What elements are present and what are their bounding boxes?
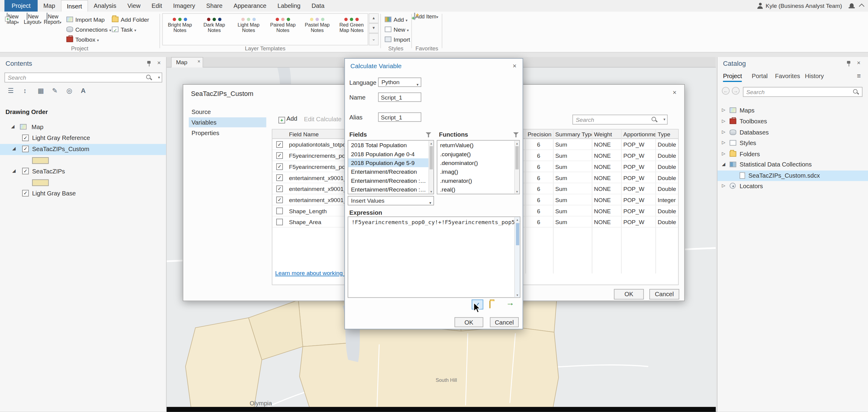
list-by-snapping-icon[interactable]: ◎	[66, 87, 72, 95]
function-item[interactable]: returnValue()	[437, 140, 515, 149]
gallery-item-light-map-notes[interactable]: Light Map Notes	[232, 14, 265, 44]
signed-in-user[interactable]: Kyle (Business Analyst Team)	[766, 2, 842, 9]
scrollbar-thumb[interactable]	[516, 223, 519, 245]
tab-labeling[interactable]: Labeling	[272, 0, 306, 12]
expander-icon[interactable]: ◢	[722, 162, 725, 167]
tree-item-light-gray-base[interactable]: ✓ Light Gray Base	[0, 188, 166, 199]
scrollbar-thumb[interactable]	[430, 146, 433, 169]
new-layout-button[interactable]: New Layout▾	[23, 14, 42, 45]
auto-hide-pin-icon[interactable]	[146, 60, 152, 67]
insert-values-dropdown[interactable]: Insert Values ▾	[348, 196, 434, 205]
task-button[interactable]: Task ▾	[112, 25, 136, 34]
list-by-labeling-icon[interactable]: A	[81, 87, 86, 95]
gallery-scroll-up-button[interactable]: ▴	[369, 13, 378, 23]
layer-symbol-swatch[interactable]	[32, 157, 49, 164]
gallery-item-pastel-map-notes[interactable]: Pastel Map Notes	[301, 14, 334, 44]
functions-scrollbar[interactable]: ▴ ▾	[514, 140, 519, 194]
styles-new-button[interactable]: New ▾	[385, 25, 409, 34]
list-by-source-icon[interactable]: ↕	[23, 87, 27, 95]
export-expression-button[interactable]: →	[506, 298, 515, 307]
catalog-tab-portal[interactable]: Portal	[752, 72, 768, 79]
add-variable-button[interactable]: + Add	[278, 115, 297, 124]
row-checkbox[interactable]: ✓	[276, 152, 283, 159]
expander-icon[interactable]: ▷	[722, 140, 725, 145]
field-item-selected[interactable]: 2018 Population Age 5-9	[348, 158, 429, 167]
function-item[interactable]: .real()	[437, 185, 515, 194]
catalog-tab-favorites[interactable]: Favorites	[775, 72, 800, 79]
close-icon[interactable]: ×	[197, 59, 200, 64]
expander-icon[interactable]: ◢	[12, 146, 16, 151]
map-view-tab[interactable]: Map ×	[171, 57, 203, 68]
expander-icon[interactable]: ▷	[722, 119, 725, 124]
catalog-item-seataczips-custom-sdcx[interactable]: SeaTacZIPs_Custom.sdcx	[717, 170, 868, 181]
expander-icon[interactable]: ▷	[722, 107, 725, 113]
gallery-item-paired-map-notes[interactable]: Paired Map Notes	[266, 14, 300, 44]
ok-button[interactable]: OK	[614, 289, 644, 299]
scroll-down-icon[interactable]: ▾	[515, 189, 519, 193]
tree-item-symbol-swatch[interactable]	[0, 155, 166, 166]
functions-filter-icon[interactable]	[513, 132, 519, 137]
styles-add-button[interactable]: Add ▾	[385, 15, 407, 24]
tree-item-light-gray-reference[interactable]: ✓ Light Gray Reference	[0, 133, 166, 144]
function-item[interactable]: .imag()	[437, 167, 515, 176]
field-item[interactable]: Entertainment/Recreation : Average	[348, 176, 429, 185]
import-map-button[interactable]: Import Map	[66, 15, 105, 24]
scroll-up-icon[interactable]: ▴	[515, 218, 520, 221]
field-item[interactable]: 2018 Total Population	[348, 140, 429, 149]
fields-filter-icon[interactable]	[426, 132, 432, 137]
column-header-precision[interactable]: Precision	[527, 130, 553, 139]
forward-icon[interactable]: →	[732, 87, 740, 95]
tree-item-seataczips[interactable]: ◢ ✓ SeaTacZIPs	[0, 166, 166, 177]
expander-icon[interactable]: ◢	[11, 124, 14, 129]
tab-data[interactable]: Data	[306, 0, 330, 12]
cancel-button[interactable]: Cancel	[649, 289, 679, 299]
new-report-button[interactable]: New Report▾	[42, 14, 62, 45]
tab-view[interactable]: View	[122, 0, 146, 12]
gallery-item-dark-map-notes[interactable]: Dark Map Notes	[197, 14, 231, 44]
nav-item-properties[interactable]: Properties	[189, 128, 266, 138]
catalog-item-toolboxes[interactable]: ▷ Toolboxes	[717, 116, 868, 127]
new-map-button[interactable]: + New Map▾	[3, 14, 23, 45]
styles-import-button[interactable]: Import	[385, 35, 410, 44]
expression-box[interactable]: !F5yearincrements_pop0_cy!+!F5yearincrem…	[348, 217, 521, 298]
column-header-type[interactable]: Type	[658, 130, 678, 139]
row-checkbox[interactable]: ✓	[276, 186, 283, 192]
row-checkbox[interactable]: ✓	[276, 163, 283, 170]
name-input[interactable]	[378, 93, 421, 102]
row-checkbox[interactable]: ✓	[276, 174, 283, 181]
layer-checkbox[interactable]: ✓	[22, 190, 29, 197]
gallery-item-bright-map-notes[interactable]: Bright Map Notes	[163, 14, 196, 44]
gallery-item-red-green-map-notes[interactable]: Red Green Map Notes	[335, 14, 368, 44]
catalog-item-folders[interactable]: ▷ Folders	[717, 149, 868, 160]
layer-symbol-swatch[interactable]	[32, 180, 49, 186]
scroll-up-icon[interactable]: ▴	[515, 141, 519, 145]
caret-down-icon[interactable]: ▾	[158, 75, 160, 80]
expression-scrollbar[interactable]: ▴ ▾	[514, 217, 520, 297]
layer-checkbox[interactable]: ✓	[22, 134, 29, 141]
auto-hide-pin-icon[interactable]	[846, 60, 851, 67]
expression-text[interactable]: !F5yearincrements_pop0_cy!+!F5yearincrem…	[348, 217, 520, 228]
close-icon[interactable]: ×	[513, 62, 517, 70]
pane-menu-icon[interactable]: ≡	[857, 72, 861, 80]
catalog-tab-history[interactable]: History	[805, 72, 824, 79]
fields-scrollbar[interactable]: ▴ ▾	[429, 140, 434, 194]
expander-icon[interactable]: ◢	[12, 168, 16, 173]
close-icon[interactable]: ×	[673, 89, 677, 97]
edit-calculate-button[interactable]: Edit Calculate	[304, 116, 342, 122]
load-expression-button[interactable]	[490, 301, 491, 308]
scroll-down-icon[interactable]: ▾	[515, 293, 520, 297]
add-folder-button[interactable]: Add Folder	[112, 15, 149, 24]
language-dropdown[interactable]: Python ▾	[378, 77, 421, 87]
layer-checkbox[interactable]: ✓	[22, 146, 29, 152]
catalog-search-input[interactable]	[743, 87, 862, 97]
function-item[interactable]: .numerator()	[437, 176, 515, 185]
row-checkbox[interactable]: ✓	[276, 141, 283, 148]
row-checkbox[interactable]	[276, 208, 283, 214]
list-by-drawing-order-icon[interactable]: ☰	[8, 87, 14, 95]
gallery-expand-button[interactable]: ⌄	[369, 33, 378, 45]
expander-icon[interactable]: ▷	[722, 183, 725, 189]
back-icon[interactable]: ←	[722, 87, 730, 95]
catalog-item-databases[interactable]: ▷ Databases	[717, 127, 868, 138]
expander-icon[interactable]: ▷	[722, 151, 725, 156]
catalog-tab-project[interactable]: Project	[723, 72, 742, 82]
